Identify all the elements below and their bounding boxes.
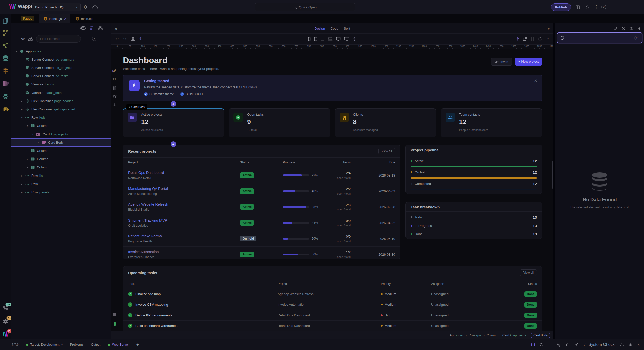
caret-icon[interactable]: ▸ — [25, 166, 29, 169]
typography-icon[interactable]: TT — [112, 78, 117, 81]
ruler-tool-icon[interactable] — [112, 86, 117, 90]
pages-button[interactable]: Pages — [21, 16, 34, 21]
broom-icon[interactable] — [574, 343, 578, 347]
quick-open-search[interactable]: Quick Open — [255, 3, 355, 11]
tree-item[interactable]: ▾ Column — [11, 122, 111, 130]
view-all-button[interactable]: View all — [520, 269, 537, 276]
breadcrumb-item[interactable]: App index — [450, 334, 464, 337]
deploy-cloud-icon[interactable] — [92, 5, 98, 9]
help-icon[interactable]: ? — [601, 5, 606, 9]
project-link[interactable]: Retail Ops Dashboard — [128, 171, 240, 175]
wappler-pro-icon[interactable]: Pro — [2, 331, 9, 337]
extensions-panel-icon[interactable]: Beta — [3, 305, 9, 311]
tree-item[interactable]: Server Connect sc_projects — [11, 64, 111, 72]
dark-mode-moon-icon[interactable]: ☾ — [139, 36, 143, 42]
open-in-browser-icon[interactable] — [523, 37, 527, 41]
tree-item[interactable]: Variable status_data — [11, 89, 111, 97]
output-button[interactable]: Output — [91, 343, 100, 346]
breadcrumb-current[interactable]: Card Body — [531, 333, 550, 338]
outline-list-icon[interactable] — [90, 26, 94, 30]
caret-icon[interactable]: ▸ — [20, 100, 24, 102]
mode-code[interactable]: Code — [331, 27, 338, 30]
device-phone-icon[interactable] — [308, 37, 310, 41]
theme-droplet-icon[interactable] — [586, 5, 589, 9]
project-link[interactable]: Agency Website Refresh — [128, 202, 240, 206]
grid-view-icon[interactable] — [531, 37, 534, 41]
experimental-settings-icon[interactable]: Exp — [3, 318, 9, 325]
caret-icon[interactable]: ▸ — [36, 141, 41, 144]
visibility-eye-icon[interactable] — [112, 103, 117, 106]
breadcrumb-item[interactable]: Card kpi-projects — [502, 334, 526, 337]
tree-item[interactable]: ▾ Card kpi-projects — [11, 130, 111, 138]
panel-toggle-icon[interactable] — [531, 343, 535, 346]
responsive-move-icon[interactable] — [353, 37, 357, 41]
device-desktop-icon[interactable] — [336, 37, 340, 41]
project-settings-gear-icon[interactable]: ⚙ — [83, 4, 87, 10]
problems-button[interactable]: Problems — [70, 343, 84, 346]
mode-design[interactable]: Design — [315, 27, 325, 30]
caret-icon[interactable]: ▸ — [25, 149, 29, 152]
thumbs-up-icon[interactable] — [566, 343, 569, 346]
undo-icon[interactable]: ↶ — [115, 37, 119, 41]
plug-bolt-icon[interactable] — [638, 27, 640, 31]
more-options-icon[interactable]: ⋯ — [548, 343, 552, 347]
refresh-icon[interactable] — [538, 37, 542, 41]
sitemap-icon[interactable] — [98, 26, 103, 30]
find-elements-input[interactable] — [36, 35, 81, 43]
target-selector[interactable]: Target: Development ▾ — [26, 343, 63, 346]
data-picker-bar[interactable]: ? — [557, 32, 642, 43]
insert-element-button[interactable]: + — [171, 141, 176, 147]
tools-icon[interactable] — [622, 27, 625, 30]
tab-main-ejs[interactable]: 5 main.ejs — [72, 14, 97, 23]
design-help-icon[interactable]: ? — [546, 37, 550, 41]
grid-toggle-icon[interactable]: ▦ — [112, 312, 117, 316]
code-view-icon[interactable]: </> — [21, 37, 25, 41]
tree-item[interactable]: ▸ Flex Container getting-started — [11, 105, 111, 113]
tree-item[interactable]: Server Connect sc_tasks — [11, 72, 111, 80]
collapse-right-icon[interactable]: » — [548, 26, 550, 31]
view-all-button[interactable]: View all — [378, 148, 395, 154]
close-icon[interactable]: ✕ — [534, 78, 537, 83]
project-link[interactable]: Patient Intake Forms — [128, 234, 240, 238]
caret-icon[interactable]: ▾ — [31, 133, 35, 136]
caret-icon[interactable]: ▸ — [20, 174, 24, 177]
device-tablet-icon[interactable] — [321, 37, 324, 41]
tree-item[interactable]: ▸ Column — [11, 147, 111, 155]
docs-book-icon[interactable] — [630, 27, 633, 30]
components-blocks-icon[interactable] — [28, 37, 33, 41]
tree-item[interactable]: ▸ Card Body — [11, 138, 111, 147]
picker-help-icon[interactable]: ? — [634, 36, 639, 40]
tree-item[interactable]: ▸ Column — [11, 163, 111, 171]
redo-icon[interactable]: ↷ — [123, 37, 126, 41]
pages-panel-icon[interactable] — [3, 17, 9, 24]
routes-panel-icon[interactable] — [3, 68, 9, 74]
bug-icon[interactable] — [629, 343, 632, 347]
tree-item[interactable]: Variable trends — [11, 80, 111, 89]
tree-item[interactable]: ▸ Row panels — [11, 188, 111, 196]
add-target-button[interactable]: + — [136, 342, 139, 347]
kebab-menu-icon[interactable]: ⋮ — [594, 4, 599, 10]
project-selector[interactable]: Demo Projects HQ ∨ — [32, 3, 81, 11]
workflows-panel-icon[interactable] — [3, 42, 9, 48]
screenshot-camera-icon[interactable] — [131, 37, 135, 41]
styles-panel-icon[interactable] — [3, 80, 9, 86]
more-options-icon[interactable]: ⋯ — [85, 37, 88, 41]
caret-icon[interactable]: ▾ — [25, 124, 29, 127]
chevron-up-icon[interactable]: ∧ — [637, 343, 640, 347]
caret-icon[interactable]: ▸ — [25, 158, 29, 160]
device-phablet-icon[interactable] — [314, 37, 317, 41]
ai-robot-panel-icon[interactable] — [3, 106, 9, 112]
tree-item[interactable]: ▸ Row lists — [11, 171, 111, 180]
tree-item[interactable]: ▸ Flex Container page-header — [11, 97, 111, 105]
breadcrumb-item[interactable]: Column — [487, 334, 497, 337]
edit-pencil-icon[interactable] — [614, 27, 617, 30]
reload-icon[interactable] — [540, 343, 543, 346]
layers-panel-icon[interactable] — [3, 93, 9, 99]
caret-icon[interactable]: ▸ — [20, 183, 24, 185]
tree-item[interactable]: ▾ Row kpis — [11, 113, 111, 122]
tree-item[interactable]: ▸ Column — [11, 155, 111, 163]
sync-refresh-icon[interactable] — [560, 36, 565, 40]
insert-element-button[interactable]: + — [171, 101, 176, 107]
theme-shirt-icon[interactable] — [112, 95, 117, 98]
sparkles-icon[interactable] — [557, 343, 560, 347]
